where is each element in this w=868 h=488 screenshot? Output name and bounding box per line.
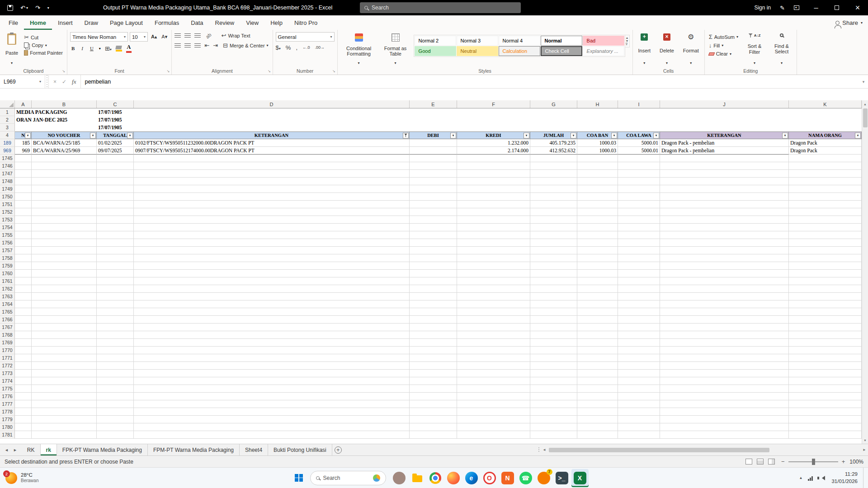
formula-input[interactable]: pembelian [81,75,859,88]
cell-A1772[interactable] [15,362,32,370]
cell-J1771[interactable] [660,354,789,362]
qat-customize-button[interactable]: ▾ [47,6,49,10]
cell-H1761[interactable] [577,277,618,285]
cell-I1746[interactable] [618,162,660,170]
filter-header-A[interactable]: N▾ [15,131,32,139]
cell-K1750[interactable] [789,193,862,201]
cell-style-check-cell[interactable]: Check Cell [541,46,582,56]
taskbar-app-opera[interactable]: O [481,469,498,487]
row-header-1780[interactable]: 1780 [0,423,15,431]
row-header-1763[interactable]: 1763 [0,293,15,300]
cell-F1751[interactable] [457,201,530,208]
cell-I1777[interactable] [618,400,660,408]
cell-A1770[interactable] [15,347,32,354]
cell-E1762[interactable] [410,285,457,293]
insert-function-icon[interactable]: fx [72,78,76,85]
cell-C1745[interactable] [97,155,134,162]
cell-H1770[interactable] [577,347,618,354]
cell-F1746[interactable] [457,162,530,170]
cell-I1760[interactable] [618,270,660,277]
cell-A969[interactable]: 969 [15,147,32,155]
scroll-right-icon[interactable]: ► [861,448,868,452]
new-sheet-button[interactable]: + [332,444,344,455]
cell-D1765[interactable] [134,308,410,316]
wrap-text-button[interactable]: ↩Wrap Text [220,32,251,39]
ribbon-tab-page-layout[interactable]: Page Layout [104,15,149,30]
cell-G1767[interactable] [530,324,577,331]
row-header-1773[interactable]: 1773 [0,370,15,377]
cell-F1767[interactable] [457,324,530,331]
taskbar-search[interactable]: Search [310,471,386,485]
cell-A1769[interactable] [15,339,32,347]
cell-I1776[interactable] [618,393,660,400]
cell-A1759[interactable] [15,262,32,270]
cell-F1748[interactable] [457,178,530,185]
cell-A1752[interactable] [15,208,32,216]
format-as-table-button[interactable]: Format as Table ▾ [379,32,412,66]
cell-K1772[interactable] [789,362,862,370]
cell-E1772[interactable] [410,362,457,370]
cell-B1750[interactable] [32,193,97,201]
cell-I1749[interactable] [618,185,660,193]
zoom-level[interactable]: 100% [849,459,863,465]
cell-B1774[interactable] [32,377,97,385]
column-header-F[interactable]: F [457,100,530,108]
row-header-1768[interactable]: 1768 [0,331,15,339]
cell-E1749[interactable] [410,185,457,193]
gallery-more-icon[interactable]: ⊽ [626,42,629,46]
cell-A1745[interactable] [15,155,32,162]
cell-H1749[interactable] [577,185,618,193]
cell-H1771[interactable] [577,354,618,362]
row-header-1772[interactable]: 1772 [0,362,15,370]
cell-style-normal-3[interactable]: Normal 3 [457,36,498,46]
cell-I1774[interactable] [618,377,660,385]
filter-dropdown-A[interactable]: ▾ [25,132,31,138]
delete-cells-button[interactable]: × Delete ▾ [657,32,677,66]
save-button[interactable] [7,5,13,11]
tab-splitter-handle[interactable] [537,444,541,455]
cell-F1771[interactable] [457,354,530,362]
cell-H1775[interactable] [577,385,618,393]
row-header-1755[interactable]: 1755 [0,231,15,239]
cell-C1760[interactable] [97,270,134,277]
row-header-1764[interactable]: 1764 [0,300,15,308]
cell-D1777[interactable] [134,400,410,408]
cell-H1776[interactable] [577,393,618,400]
cell-C1769[interactable] [97,339,134,347]
sheet-tab-bukti-potong-unifikasi[interactable]: Bukti Potong Unifikasi [268,444,332,455]
cell-I1747[interactable] [618,170,660,178]
cell-E969[interactable] [410,147,457,155]
show-desktop-button[interactable] [863,468,865,488]
cell-G1753[interactable] [530,216,577,224]
cell-J1766[interactable] [660,316,789,324]
cell-D1781[interactable] [134,431,410,439]
cell-H1755[interactable] [577,231,618,239]
row-header-1759[interactable]: 1759 [0,262,15,270]
cell-D1766[interactable] [134,316,410,324]
cell-E1753[interactable] [410,216,457,224]
cell-F1781[interactable] [457,431,530,439]
cell-K1754[interactable] [789,224,862,231]
cell-C1759[interactable] [97,262,134,270]
cell-J1776[interactable] [660,393,789,400]
cell-K1777[interactable] [789,400,862,408]
cell-F1758[interactable] [457,254,530,262]
cell-F1750[interactable] [457,193,530,201]
sign-in-button[interactable]: Sign in [754,5,771,11]
taskbar-app-cleaner-seven[interactable]: 7 [535,469,552,487]
cell-D1752[interactable] [134,208,410,216]
cell-D1754[interactable] [134,224,410,231]
cell-A1780[interactable] [15,423,32,431]
decrease-decimal-button[interactable]: .00→ [315,46,325,50]
cell-A1746[interactable] [15,162,32,170]
cell-H1757[interactable] [577,247,618,254]
cell-B1768[interactable] [32,331,97,339]
cell-G1754[interactable] [530,224,577,231]
cell-J1764[interactable] [660,300,789,308]
cell-A1775[interactable] [15,385,32,393]
cell-B1761[interactable] [32,277,97,285]
row-header-1767[interactable]: 1767 [0,324,15,331]
row-header-1750[interactable]: 1750 [0,193,15,201]
increase-decimal-button[interactable]: ←.0 [302,46,310,50]
cell-I1771[interactable] [618,354,660,362]
